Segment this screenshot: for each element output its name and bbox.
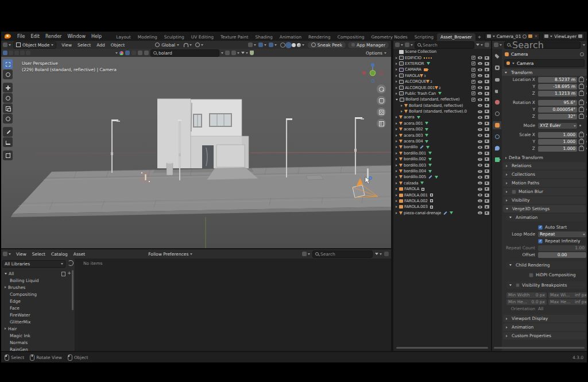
checkbox-icon[interactable] xyxy=(471,61,475,65)
menu-help[interactable]: Help xyxy=(88,34,105,39)
refresh-icon[interactable] xyxy=(68,260,74,266)
value-field[interactable]: 1.000 xyxy=(538,146,577,152)
gear-icon[interactable] xyxy=(384,252,389,256)
camera-visibility-icon[interactable] xyxy=(485,62,489,65)
eye-icon[interactable] xyxy=(478,140,482,143)
value-field[interactable]: 1.000 xyxy=(538,139,577,145)
animate-dot-icon[interactable] xyxy=(586,148,587,149)
expand-icon[interactable] xyxy=(396,164,397,167)
camera-visibility-icon[interactable] xyxy=(485,128,489,131)
tool-move[interactable] xyxy=(3,83,13,92)
value-field[interactable]: -18.695 m xyxy=(538,84,577,90)
expand-icon[interactable] xyxy=(396,170,397,172)
eye-icon[interactable] xyxy=(478,80,482,83)
camera-visibility-icon[interactable] xyxy=(485,164,489,167)
hidpi-checkbox[interactable] xyxy=(529,273,533,277)
display-size-dropdown[interactable] xyxy=(302,252,310,256)
min-height-field[interactable]: Min He...0.0 px xyxy=(506,299,547,305)
menu-window[interactable]: Window xyxy=(64,34,88,39)
value-field[interactable]: 8.5237 m xyxy=(538,77,577,83)
catalog-item-boiling-liquid[interactable]: Boiling Liquid xyxy=(1,277,75,284)
outliner-row-bordillo[interactable]: bordillo xyxy=(393,144,491,150)
eye-icon[interactable] xyxy=(478,146,482,149)
catalog-item-all[interactable]: All+ xyxy=(1,270,75,277)
filter-icon-3[interactable] xyxy=(138,51,142,55)
eye-icon[interactable] xyxy=(478,158,482,161)
material-ball-icon[interactable] xyxy=(119,51,123,55)
transform-section-header[interactable]: Transform xyxy=(502,69,587,76)
catalog-item-firewater[interactable]: FireWater xyxy=(1,311,75,318)
eye-icon[interactable] xyxy=(478,62,482,65)
outliner-row-camara[interactable]: CAMARA xyxy=(393,67,491,72)
ortho-toggle-button[interactable] xyxy=(377,119,386,128)
value-field[interactable]: 1.000 xyxy=(538,132,577,138)
section-relations[interactable]: Relations xyxy=(503,162,586,169)
eye-icon[interactable] xyxy=(478,104,482,107)
outliner-row-alcorque[interactable]: ALCORQUE2 xyxy=(393,79,491,84)
outliner-row-bordillo-001[interactable]: bordillo.001 xyxy=(393,151,491,156)
eye-icon[interactable] xyxy=(478,128,482,131)
tool-rotate[interactable] xyxy=(3,93,13,103)
outliner-row-farola-001[interactable]: FAROLA.001 xyxy=(393,192,491,198)
outliner-row-bordillo-002[interactable]: bordillo.002 xyxy=(393,156,491,162)
camera-visibility-icon[interactable] xyxy=(485,152,489,155)
pin-icon[interactable] xyxy=(580,52,584,56)
outliner-row-exterior[interactable]: EXTERIOR xyxy=(393,61,491,67)
blender-logo-icon[interactable] xyxy=(5,34,11,38)
workspace-tab-modeling[interactable]: Modeling xyxy=(134,33,161,41)
expand-icon[interactable] xyxy=(396,63,397,65)
expand-icon[interactable] xyxy=(396,194,397,196)
workspace-tab-rendering[interactable]: Rendering xyxy=(305,33,334,41)
overlays-dropdown[interactable] xyxy=(258,43,266,47)
checkbox-icon[interactable] xyxy=(471,74,475,78)
lock-icon[interactable] xyxy=(579,146,584,151)
outliner-row-bollard-standard-reflective-0[interactable]: Bollard (standard, reflective).0 xyxy=(393,109,491,114)
outliner-filter-type[interactable] xyxy=(405,43,413,47)
camera-visibility-icon[interactable] xyxy=(485,169,489,173)
animate-dot-icon[interactable] xyxy=(586,86,587,87)
outliner-row-acera-001[interactable]: acera.001 xyxy=(393,121,491,126)
outliner-row-edificio[interactable]: EDIFICIO xyxy=(393,55,491,60)
outliner-filter-dropdown[interactable] xyxy=(476,44,483,46)
expand-icon[interactable] xyxy=(396,200,397,202)
eye-icon[interactable] xyxy=(478,68,482,71)
xray-toggle[interactable] xyxy=(269,43,277,47)
properties-tab-constraints[interactable] xyxy=(493,133,501,141)
eye-icon[interactable] xyxy=(478,170,482,173)
workspace-tab-scripting[interactable]: Scripting xyxy=(411,33,437,41)
outliner-row-bordillo-004[interactable]: bordillo.004 xyxy=(393,168,491,174)
expand-icon[interactable] xyxy=(396,182,397,184)
properties-tab-output[interactable] xyxy=(493,75,501,83)
camera-visibility-icon[interactable] xyxy=(485,157,489,161)
eye-icon[interactable] xyxy=(478,92,482,95)
eye-icon[interactable] xyxy=(478,98,482,101)
tool-scale[interactable] xyxy=(3,103,13,113)
eye-icon[interactable] xyxy=(478,86,482,89)
viewport-menu-select[interactable]: Select xyxy=(75,43,94,48)
camera-visibility-icon[interactable] xyxy=(485,80,489,83)
editor-type-icon[interactable] xyxy=(3,43,7,47)
material-shading-icon[interactable] xyxy=(292,43,296,47)
offset-field[interactable]: 0.00 xyxy=(538,252,586,258)
chevron-down-icon[interactable] xyxy=(221,52,223,54)
checkbox-icon[interactable] xyxy=(471,98,475,102)
navigation-gizmo[interactable] xyxy=(361,61,384,84)
expand-icon[interactable] xyxy=(396,87,397,89)
value-field[interactable]: 95.6° xyxy=(538,100,577,106)
eye-icon[interactable] xyxy=(478,206,482,209)
eye-icon[interactable] xyxy=(478,152,482,155)
catalog-item-compositing[interactable]: Compositing xyxy=(1,291,75,298)
object-name-field[interactable]: Camera xyxy=(504,59,585,67)
tool-annotate[interactable] xyxy=(3,127,13,137)
properties-tab-world[interactable] xyxy=(493,110,501,118)
animate-dot-icon[interactable] xyxy=(586,79,587,80)
camera-visibility-icon[interactable] xyxy=(485,145,489,149)
animation-subpanel-header[interactable]: Animation xyxy=(506,214,586,221)
camera-visibility-icon[interactable] xyxy=(485,92,489,95)
camera-visibility-icon[interactable] xyxy=(485,104,489,107)
expand-icon[interactable] xyxy=(396,92,397,95)
filter-icon-2[interactable] xyxy=(131,51,136,55)
asset-menu-catalog[interactable]: Catalog xyxy=(48,252,71,257)
snap-controls[interactable] xyxy=(184,43,192,47)
auto-start-checkbox[interactable] xyxy=(538,225,543,230)
